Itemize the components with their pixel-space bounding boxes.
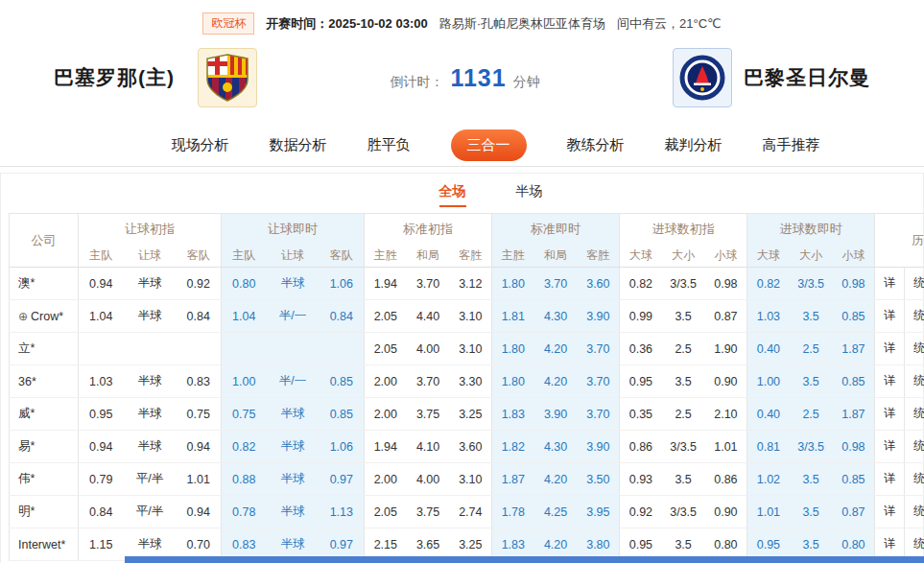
tab-referee-analysis[interactable]: 裁判分析 bbox=[665, 136, 723, 154]
odds-row-5: 易*0.94半球0.940.82半球1.061.944.103.601.824.… bbox=[10, 431, 924, 463]
odds-cell: 0.85 bbox=[320, 398, 365, 431]
odds-cell: 0.75 bbox=[177, 398, 222, 431]
odds-cell: 3/3.5 bbox=[790, 268, 833, 300]
detail-link[interactable]: 详 bbox=[875, 333, 905, 365]
home-team-name[interactable]: 巴塞罗那(主) bbox=[54, 64, 175, 91]
odds-cell: 3.70 bbox=[407, 268, 450, 300]
history-column-header: 历史 bbox=[875, 214, 924, 268]
odds-cell: 0.86 bbox=[620, 431, 662, 463]
odds-cell: 1.78 bbox=[492, 496, 534, 528]
odds-cell: 1.87 bbox=[492, 463, 534, 496]
odds-cell: 0.82 bbox=[222, 431, 267, 463]
group-header-2: 标准初指 bbox=[365, 214, 492, 245]
company-name[interactable]: 易* bbox=[10, 431, 79, 463]
stats-link[interactable]: 统 bbox=[905, 268, 924, 300]
stats-link[interactable]: 统 bbox=[905, 431, 924, 463]
stats-link[interactable]: 统 bbox=[905, 365, 924, 398]
away-team: 巴黎圣日尔曼 bbox=[673, 48, 870, 107]
odds-cell: 3.70 bbox=[407, 365, 450, 398]
odds-cell: 0.83 bbox=[177, 365, 222, 398]
sub-header: 客队 bbox=[177, 245, 222, 268]
detail-link[interactable]: 详 bbox=[875, 398, 905, 431]
odds-cell: 3.70 bbox=[578, 398, 620, 431]
odds-cell: 2.5 bbox=[662, 398, 705, 431]
tab-expert-picks[interactable]: 高手推荐 bbox=[763, 136, 820, 154]
tab-full-match[interactable]: 全场 bbox=[439, 183, 466, 207]
top-info-bar: 欧冠杯 开赛时间：2025-10-02 03:00 路易斯·孔帕尼奥林匹亚体育场… bbox=[0, 0, 924, 35]
company-name[interactable]: 伟* bbox=[10, 463, 79, 496]
detail-link[interactable]: 详 bbox=[875, 463, 905, 496]
odds-row-4: 威*0.95半球0.750.75半球0.852.003.753.251.833.… bbox=[10, 398, 924, 431]
away-team-name[interactable]: 巴黎圣日尔曼 bbox=[744, 64, 870, 91]
venue-text: 路易斯·孔帕尼奥林匹亚体育场 bbox=[439, 15, 605, 33]
company-name[interactable]: ⊕Crow* bbox=[10, 300, 79, 333]
odds-cell: 4.20 bbox=[534, 463, 578, 496]
company-name[interactable]: 明* bbox=[10, 496, 79, 528]
odds-cell: 0.84 bbox=[79, 496, 124, 528]
odds-cell: 0.35 bbox=[620, 398, 662, 431]
league-badge[interactable]: 欧冠杯 bbox=[202, 12, 254, 35]
odds-cell bbox=[222, 333, 267, 365]
odds-cell: 3.75 bbox=[407, 398, 450, 431]
company-name[interactable]: 立* bbox=[10, 333, 79, 365]
odds-cell: 1.83 bbox=[492, 398, 534, 431]
odds-cell: 4.30 bbox=[534, 431, 578, 463]
away-crest-box bbox=[673, 48, 732, 107]
tab-coach-analysis[interactable]: 教练分析 bbox=[567, 136, 625, 154]
odds-cell: 1.81 bbox=[492, 300, 534, 333]
countdown-label: 倒计时： bbox=[390, 74, 443, 91]
odds-cell: 半球 bbox=[124, 365, 177, 398]
stats-link[interactable]: 统 bbox=[905, 463, 924, 496]
sub-header: 小球 bbox=[705, 245, 747, 268]
odds-cell: 0.98 bbox=[833, 431, 875, 463]
stats-link[interactable]: 统 bbox=[905, 300, 924, 333]
odds-cell: 0.85 bbox=[833, 463, 875, 496]
countdown-unit: 分钟 bbox=[513, 74, 540, 91]
company-name[interactable]: 澳* bbox=[10, 268, 79, 300]
odds-cell: 1.03 bbox=[747, 300, 790, 333]
odds-cell: 半球 bbox=[267, 398, 320, 431]
odds-cell: 0.85 bbox=[320, 365, 365, 398]
odds-cell: 1.04 bbox=[79, 300, 124, 333]
odds-cell: 1.00 bbox=[222, 365, 267, 398]
detail-link[interactable]: 详 bbox=[875, 365, 905, 398]
stats-link[interactable]: 统 bbox=[905, 398, 924, 431]
sub-header: 让球 bbox=[267, 245, 320, 268]
odds-cell: 0.40 bbox=[747, 333, 790, 365]
odds-cell: 3.70 bbox=[534, 268, 578, 300]
group-header-3: 标准即时 bbox=[492, 214, 620, 245]
odds-cell: 1.80 bbox=[492, 333, 534, 365]
tab-half-match[interactable]: 半场 bbox=[516, 183, 543, 207]
odds-cell: 3.12 bbox=[450, 268, 492, 300]
away-crest-icon bbox=[679, 55, 725, 101]
home-crest-icon bbox=[205, 54, 249, 102]
stats-link[interactable]: 统 bbox=[905, 496, 924, 528]
odds-cell: 3.25 bbox=[450, 398, 492, 431]
stats-link[interactable]: 统 bbox=[905, 333, 924, 365]
company-name[interactable]: Interwet* bbox=[10, 528, 79, 561]
odds-row-3: 36*1.03半球0.831.00半/一0.852.003.703.301.80… bbox=[10, 365, 924, 398]
odds-cell: 2.00 bbox=[365, 398, 407, 431]
detail-link[interactable]: 详 bbox=[875, 431, 905, 463]
odds-cell bbox=[320, 333, 365, 365]
company-name[interactable]: 威* bbox=[10, 398, 79, 431]
detail-link[interactable]: 详 bbox=[875, 496, 905, 528]
tab-three-in-one[interactable]: 三合一 bbox=[451, 129, 527, 161]
tab-data-analysis[interactable]: 数据分析 bbox=[270, 136, 327, 154]
tab-live-analysis[interactable]: 现场分析 bbox=[172, 136, 229, 154]
odds-cell: 3.5 bbox=[790, 300, 833, 333]
company-name[interactable]: 36* bbox=[10, 365, 79, 398]
sub-header: 大球 bbox=[620, 245, 662, 268]
odds-cell: 1.94 bbox=[365, 431, 407, 463]
odds-table-body: 澳*0.94半球0.920.80半球1.061.943.703.121.803.… bbox=[10, 268, 924, 561]
tab-win-draw-lose[interactable]: 胜平负 bbox=[367, 136, 411, 154]
detail-link[interactable]: 详 bbox=[875, 300, 905, 333]
detail-link[interactable]: 详 bbox=[875, 268, 905, 300]
odds-cell: 3.70 bbox=[578, 333, 620, 365]
odds-cell: 1.06 bbox=[320, 268, 365, 300]
odds-cell: 0.93 bbox=[620, 463, 662, 496]
scope-tabs: 全场半场 bbox=[1, 174, 923, 213]
odds-row-2: 立*2.054.003.101.804.203.700.362.51.900.4… bbox=[10, 333, 924, 365]
odds-cell: 1.01 bbox=[747, 496, 790, 528]
odds-cell: 0.75 bbox=[222, 398, 267, 431]
